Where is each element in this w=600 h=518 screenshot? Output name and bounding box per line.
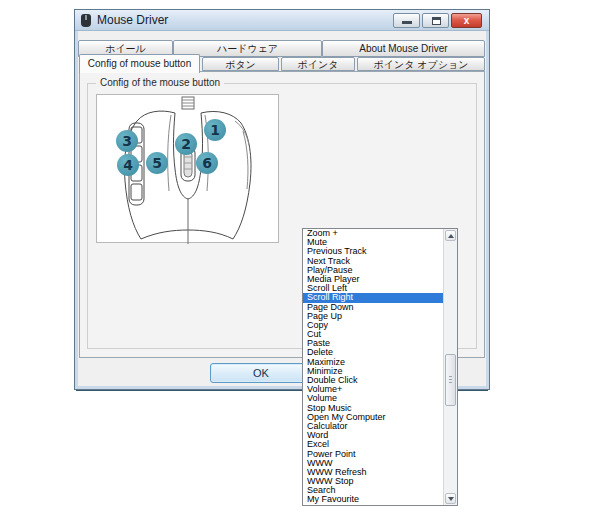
list-item[interactable]: Play/Pause xyxy=(303,266,443,275)
close-icon: x xyxy=(464,15,470,26)
list-item[interactable]: Copy xyxy=(303,321,443,330)
list-item[interactable]: Media Player xyxy=(303,275,443,284)
list-item[interactable]: WWW xyxy=(303,459,443,468)
dropdown-options: Zoom +MutePrevious TrackNext TrackPlay/P… xyxy=(303,229,443,505)
scroll-up-button[interactable] xyxy=(445,230,456,241)
list-item[interactable]: Previous Track xyxy=(303,247,443,256)
groupbox-label: Config of the mouse button xyxy=(96,77,224,88)
list-item[interactable]: Volume xyxy=(303,394,443,403)
arrow-down-icon xyxy=(448,497,454,501)
list-item[interactable]: My Favourite xyxy=(303,495,443,504)
scrollbar-thumb[interactable] xyxy=(445,354,456,406)
close-button[interactable]: x xyxy=(451,13,482,28)
mouse-driver-icon xyxy=(81,14,91,27)
list-item[interactable]: Next Track xyxy=(303,257,443,266)
tab-front-0[interactable]: Config of mouse button xyxy=(79,54,200,73)
list-item[interactable]: Delete xyxy=(303,348,443,357)
list-item[interactable]: Word xyxy=(303,431,443,440)
list-item[interactable]: Stop Music xyxy=(303,404,443,413)
list-item[interactable]: Power Point xyxy=(303,450,443,459)
callout-3: 3 xyxy=(116,130,138,152)
scroll-down-button[interactable] xyxy=(445,493,456,504)
list-item[interactable]: Scroll Right xyxy=(303,293,443,302)
minimize-button[interactable] xyxy=(393,13,420,28)
ok-button[interactable]: OK xyxy=(210,363,312,383)
list-item[interactable]: Excel xyxy=(303,440,443,449)
callout-6: 6 xyxy=(196,152,218,174)
dropdown-scrollbar[interactable] xyxy=(443,229,457,505)
callout-4: 4 xyxy=(117,154,139,176)
list-item[interactable]: Open My Computer xyxy=(303,413,443,422)
list-item[interactable]: Minimize xyxy=(303,367,443,376)
list-item[interactable]: Maximize xyxy=(303,358,443,367)
list-item[interactable]: WWW Stop xyxy=(303,477,443,486)
maximize-button[interactable] xyxy=(422,13,449,28)
minimize-icon xyxy=(402,21,412,24)
list-item[interactable]: Page Up xyxy=(303,312,443,321)
callout-1: 1 xyxy=(204,119,226,141)
action-dropdown-list: Zoom +MutePrevious TrackNext TrackPlay/P… xyxy=(302,228,458,506)
list-item[interactable]: Search xyxy=(303,486,443,495)
list-item[interactable]: Zoom + xyxy=(303,229,443,238)
list-item[interactable]: Paste xyxy=(303,339,443,348)
tab-front-1[interactable]: ボタン xyxy=(202,57,279,71)
list-item[interactable]: Cut xyxy=(303,330,443,339)
window-controls: x xyxy=(393,13,482,28)
tab-front-3[interactable]: ポインタ オプション xyxy=(357,57,485,71)
list-item[interactable]: Mute xyxy=(303,238,443,247)
arrow-up-icon xyxy=(448,234,454,238)
window-title: Mouse Driver xyxy=(97,13,168,27)
maximize-icon xyxy=(432,17,441,25)
list-item[interactable]: Scroll Left xyxy=(303,284,443,293)
list-item[interactable]: WWW Refresh xyxy=(303,468,443,477)
tab-front-2[interactable]: ポインタ xyxy=(281,57,355,71)
list-item[interactable]: Page Down xyxy=(303,303,443,312)
callout-2: 2 xyxy=(175,133,197,155)
callout-5: 5 xyxy=(146,152,168,174)
mouse-image-panel: 123456 xyxy=(96,94,279,243)
list-item[interactable]: Calculator xyxy=(303,422,443,431)
list-item[interactable]: Double Click xyxy=(303,376,443,385)
tab-back-2[interactable]: About Mouse Driver xyxy=(322,40,485,57)
list-item[interactable]: Volume+ xyxy=(303,385,443,394)
